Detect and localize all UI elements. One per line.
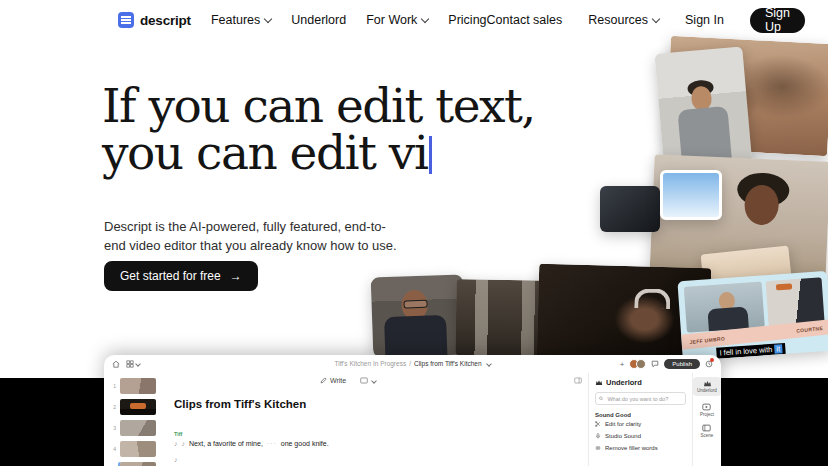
get-started-button[interactable]: Get started for free→ <box>104 261 258 291</box>
script-gap: ··· <box>267 440 277 447</box>
nav-item-pricing[interactable]: Pricing <box>448 13 486 27</box>
scene-thumbnail-rail: 1 2 3 4 5 <box>104 373 162 466</box>
descript-app-window: Tiff's Kitchen In Progress / Clips from … <box>104 355 721 466</box>
microphone-icon <box>595 433 601 439</box>
call-caption: I fell in love with it <box>716 343 785 359</box>
project-icon <box>702 403 711 411</box>
nav-item-resources[interactable]: Resources <box>588 13 659 27</box>
comments-icon[interactable] <box>651 360 659 368</box>
layout-toggle-button[interactable] <box>360 377 376 384</box>
nav-item-contact-sales[interactable]: Contact sales <box>487 13 563 27</box>
publish-button[interactable]: Publish <box>664 359 700 369</box>
script-editor: Write Clips from Tiff's Kitchen Tiff ♪ ♪… <box>162 373 588 466</box>
avatar <box>636 359 646 369</box>
call-tile-left <box>684 281 765 332</box>
scene-thumbnail-5[interactable]: 5 <box>112 462 156 466</box>
underlord-item-studio-sound[interactable]: Studio Sound <box>595 430 686 442</box>
rail-item-project[interactable]: Project <box>700 403 714 417</box>
collage-photo-man-glasses <box>371 274 466 357</box>
right-rail: Underlord Project Scene <box>692 373 721 466</box>
underlord-search[interactable] <box>595 392 686 405</box>
caption-highlight: it <box>774 344 782 354</box>
script-line[interactable]: ♪ ♪ Next, a favorite of mine, ··· one go… <box>174 440 588 447</box>
top-nav: descript Features Underlord For Work Pri… <box>0 0 828 40</box>
search-icon <box>599 396 603 401</box>
descript-logo-icon <box>118 12 134 28</box>
headline-line2: you can edit vi <box>102 129 535 176</box>
document-title[interactable]: Clips from Tiff's Kitchen <box>174 398 588 410</box>
music-note-icon: ♪ <box>174 456 178 463</box>
breadcrumb-project: Tiff's Kitchen In Progress <box>334 360 406 367</box>
music-note-icon: ♪ <box>174 440 178 447</box>
arrow-right-icon: → <box>230 269 242 283</box>
chevron-down-icon <box>652 14 660 22</box>
panel-collapse-icon[interactable] <box>574 377 582 384</box>
collage-photo-phone <box>600 186 660 232</box>
rail-item-underlord[interactable]: Underlord <box>693 377 721 396</box>
collaborator-avatars[interactable] <box>629 359 646 369</box>
nav-item-features[interactable]: Features <box>211 13 271 27</box>
script-line[interactable]: ♪ <box>174 456 588 463</box>
chevron-down-icon <box>135 361 141 367</box>
add-collaborator-button[interactable]: + <box>620 360 625 369</box>
scene-thumbnail-4[interactable]: 4 <box>112 441 156 457</box>
nav-item-underlord[interactable]: Underlord <box>291 13 346 27</box>
underlord-item-remove-filler-words[interactable]: Remove filler words <box>595 442 686 454</box>
pencil-icon <box>320 377 327 384</box>
hero-headline: If you can edit text, you can edit vi <box>102 82 535 176</box>
underlord-panel: Underlord Sound Good Edit for clarity St… <box>588 373 692 466</box>
collage-video-call-card: JEFF UMBRO COURTNE I fell in love with i… <box>677 271 828 361</box>
call-speaker-right: COURTNE <box>796 324 823 333</box>
scene-icon <box>702 424 711 432</box>
underlord-crown-icon <box>703 380 712 387</box>
sign-up-button[interactable]: Sign Up <box>750 8 805 33</box>
collage-photo-sky <box>660 170 722 220</box>
headline-line1: If you can edit text, <box>102 82 535 129</box>
scene-thumbnail-2[interactable]: 2 <box>112 399 156 415</box>
scene-thumbnail-3[interactable]: 3 <box>112 420 156 436</box>
strikethrough-icon <box>595 445 601 451</box>
chevron-down-icon <box>371 378 377 384</box>
grid-view-button[interactable] <box>126 360 140 368</box>
page: descript Features Underlord For Work Pri… <box>0 0 828 466</box>
layout-icon <box>360 377 368 384</box>
history-icon[interactable] <box>705 360 713 368</box>
text-cursor <box>429 136 432 174</box>
chevron-down-icon <box>486 361 492 367</box>
underlord-search-input[interactable] <box>605 395 682 403</box>
home-icon[interactable] <box>112 360 120 368</box>
breadcrumb-doc: Clips from Tiff's Kitchen <box>414 360 482 367</box>
underlord-crown-icon <box>595 379 603 386</box>
rail-item-scene[interactable]: Scene <box>701 424 714 438</box>
descript-logo[interactable]: descript <box>118 12 191 28</box>
breadcrumb-separator: / <box>409 360 411 367</box>
logo-text: descript <box>140 13 191 28</box>
breadcrumb[interactable]: Tiff's Kitchen In Progress / Clips from … <box>334 360 490 367</box>
chevron-down-icon <box>421 14 429 22</box>
write-button[interactable]: Write <box>320 377 346 384</box>
hero-subtext: Descript is the AI-powered, fully featur… <box>104 218 404 256</box>
scene-thumbnail-1[interactable]: 1 <box>112 378 156 394</box>
nav-item-sign-in[interactable]: Sign In <box>685 13 724 27</box>
nav-item-for-work[interactable]: For Work <box>366 13 428 27</box>
notification-dot <box>710 358 714 362</box>
underlord-panel-title: Underlord <box>606 378 642 387</box>
speaker-label[interactable]: Tiff <box>174 431 588 437</box>
app-toolbar: Tiff's Kitchen In Progress / Clips from … <box>104 355 721 373</box>
scissors-icon <box>595 421 601 427</box>
music-note-icon: ♪ <box>181 440 185 447</box>
underlord-item-edit-for-clarity[interactable]: Edit for clarity <box>595 418 686 430</box>
chevron-down-icon <box>264 14 272 22</box>
call-speaker-left: JEFF UMBRO <box>689 335 725 345</box>
